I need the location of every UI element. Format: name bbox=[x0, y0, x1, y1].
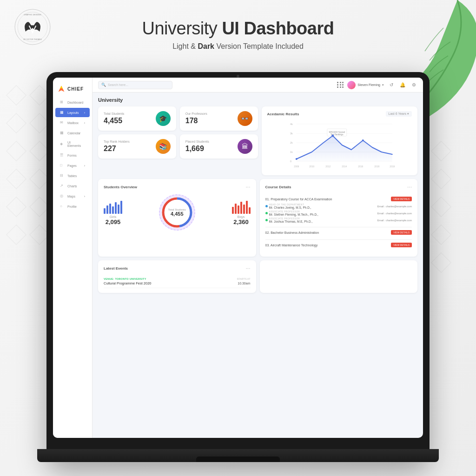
sidebar-item-tables[interactable]: ⊟ Tables bbox=[55, 171, 90, 180]
svg-text:2009: 2009 bbox=[294, 165, 299, 168]
user-name: Steven Fleming bbox=[357, 83, 380, 86]
svg-point-49 bbox=[295, 158, 297, 160]
prof-2-row: ASSOCIATE PROFESSOR Mr. Stethen Fleming,… bbox=[265, 210, 412, 216]
section-title: University bbox=[98, 97, 417, 103]
sidebar-brand-name: CHIEF bbox=[67, 86, 84, 92]
girls-value: 2,095 bbox=[106, 218, 121, 225]
prof-1-dot bbox=[265, 205, 268, 207]
screen-content: CHIEF ⊞ Dashboard ▦ Layouts › ✉ Mailbo bbox=[53, 78, 423, 438]
sidebar-logo: CHIEF bbox=[53, 82, 92, 97]
course-1-view-btn[interactable]: VIEW DETAILS bbox=[391, 197, 412, 201]
course-item-3: 03. Aircraft Maintenance Technology VIEW… bbox=[265, 240, 412, 252]
svg-text:2014: 2014 bbox=[342, 165, 347, 168]
forms-icon: ☰ bbox=[60, 153, 65, 158]
event-1-name: Cultural Programme Fest 2020 bbox=[104, 281, 152, 285]
chart-title: Acedamic Results bbox=[267, 112, 299, 116]
search-placeholder: Search here... bbox=[108, 83, 128, 86]
svg-text:4k: 4k bbox=[290, 123, 293, 126]
refresh-icon[interactable]: ↺ bbox=[388, 81, 395, 89]
course-3-view-btn[interactable]: VIEW DETAILS bbox=[391, 243, 412, 247]
course-menu-icon[interactable]: ··· bbox=[407, 184, 412, 190]
grid-icon[interactable] bbox=[337, 82, 344, 88]
total-students-donut: Total Students 4,455 bbox=[159, 194, 196, 231]
svg-text:0: 0 bbox=[290, 160, 291, 163]
events-title: Latest Events bbox=[104, 266, 128, 271]
overview-menu-icon[interactable]: ··· bbox=[245, 184, 250, 190]
chart-filter[interactable]: Last 6 Years ▾ bbox=[386, 111, 412, 117]
stat-card-placed: Placed Students 1,669 🏛 bbox=[180, 134, 258, 159]
svg-rect-6 bbox=[7, 169, 26, 189]
sidebar: CHIEF ⊞ Dashboard ▦ Layouts › ✉ Mailbo bbox=[53, 78, 93, 438]
top-rank-label: Top Rank Holders bbox=[104, 140, 130, 143]
event-1-meta: VENUE: TORONTO UNIVERSITY STARTS AT bbox=[104, 278, 251, 280]
top-navbar: 🔍 Search here... bbox=[93, 78, 423, 93]
svg-text:2019: 2019 bbox=[390, 165, 395, 168]
academic-chart-card: Acedamic Results Last 6 Years ▾ 4k 3k bbox=[262, 106, 418, 175]
course-item-1: 01. Preparatory Course for ACCA Examinat… bbox=[265, 194, 412, 227]
sidebar-item-profile[interactable]: ○ Profile bbox=[55, 202, 90, 211]
total-students-icon: 🎓 bbox=[156, 111, 171, 126]
event-1-time: 10.30am bbox=[238, 282, 250, 285]
girls-label: Girls bbox=[110, 215, 116, 218]
svg-rect-15 bbox=[431, 169, 451, 189]
donut-center: Total Students 4,455 bbox=[168, 208, 186, 217]
event-1-venue: VENUE: TORONTO UNIVERSITY bbox=[104, 278, 146, 280]
boys-label: Boys bbox=[238, 215, 245, 218]
stat-card-top-rank: Top Rank Holders 227 📚 bbox=[98, 134, 176, 159]
sidebar-item-layouts[interactable]: ▦ Layouts › bbox=[55, 108, 90, 117]
page-subtitle: Light & Dark Version Template Included bbox=[0, 42, 476, 51]
laptop-base-notch bbox=[196, 456, 280, 462]
sidebar-item-dashboard[interactable]: ⊞ Dashboard bbox=[55, 98, 90, 107]
course-3-header: 03. Aircraft Maintenance Technology VIEW… bbox=[265, 243, 412, 247]
academic-chart: 4k 3k 2k 1k 0 bbox=[267, 119, 412, 171]
svg-point-50 bbox=[331, 135, 334, 137]
search-box[interactable]: 🔍 Search here... bbox=[98, 81, 172, 89]
profile-icon: ○ bbox=[60, 204, 65, 209]
svg-text:2016: 2016 bbox=[358, 165, 363, 168]
settings-icon[interactable]: ⚙ bbox=[410, 81, 417, 89]
svg-text:1k: 1k bbox=[290, 151, 293, 153]
professors-icon: 👓 bbox=[238, 111, 252, 126]
prof-1-row: HEAD OF THE DEPARTMENT Mr. Charles Joein… bbox=[265, 203, 412, 209]
bell-icon[interactable]: 🔔 bbox=[399, 81, 406, 89]
prof-1-email: Email : charles@example.com bbox=[377, 205, 412, 208]
bottom-row: Students Overview ··· bbox=[98, 179, 417, 257]
course-details-card: Course Details ··· 01. Preparatory Cours… bbox=[260, 179, 418, 257]
events-header: Latest Events ··· bbox=[104, 265, 251, 271]
events-menu-icon[interactable]: ··· bbox=[245, 265, 250, 271]
professors-value: 178 bbox=[185, 117, 207, 125]
user-dropdown-icon: ▾ bbox=[382, 83, 384, 87]
prof-3-name: Mr. Joshua Thomas, M.E, Ph.D., bbox=[269, 220, 313, 223]
prof-2-dot bbox=[265, 212, 268, 214]
overview-title: Students Overview bbox=[104, 185, 137, 189]
prof-1-name: Mr. Charles Joeing, M.S, Ph.D., bbox=[269, 206, 311, 209]
girls-stats: Girls 2,095 bbox=[104, 200, 122, 225]
sidebar-item-pages[interactable]: □ Pages › bbox=[55, 161, 90, 170]
events-row: Latest Events ··· VENUE: TORONTO UNIVERS… bbox=[98, 260, 417, 293]
nav-user[interactable]: Steven Fleming ▾ bbox=[347, 81, 384, 89]
course-title: Course Details bbox=[265, 185, 291, 189]
svg-rect-13 bbox=[431, 141, 451, 161]
course-3-name: 03. Aircraft Maintenance Technology bbox=[265, 244, 318, 247]
course-2-header: 02. Bachelor Business Administration VIE… bbox=[265, 230, 412, 235]
sidebar-item-charts[interactable]: ↗ Charts bbox=[55, 181, 90, 191]
stat-card-professors: Our Professors 178 👓 bbox=[180, 106, 258, 131]
svg-rect-8 bbox=[7, 197, 26, 217]
sidebar-item-mailbox[interactable]: ✉ Mailbox › bbox=[55, 118, 90, 127]
tables-icon: ⊟ bbox=[60, 173, 65, 178]
stats-right-col: Our Professors 178 👓 Placed Students 1,6… bbox=[180, 106, 258, 159]
stats-row: Total Students 4,455 🎓 Top Rank Holders … bbox=[98, 106, 417, 175]
course-2-view-btn[interactable]: VIEW DETAILS bbox=[391, 230, 412, 235]
sidebar-item-maps[interactable]: ◎ Maps › bbox=[55, 192, 90, 201]
prof-2-name: Mr. Stethen Fleming, M.Tech., Ph.D., bbox=[269, 213, 318, 216]
sidebar-item-forms[interactable]: ☰ Forms bbox=[55, 151, 90, 160]
svg-rect-17 bbox=[431, 197, 451, 217]
svg-text:3k: 3k bbox=[290, 132, 293, 135]
sidebar-item-calendar[interactable]: ▦ Calendar bbox=[55, 128, 90, 138]
svg-text:2018: 2018 bbox=[374, 165, 379, 168]
stat-card-total-students: Total Students 4,455 🎓 bbox=[98, 106, 176, 131]
chart-header: Acedamic Results Last 6 Years ▾ bbox=[267, 111, 412, 117]
sidebar-item-ui-elements[interactable]: ◈ UI Elements bbox=[55, 139, 90, 150]
ui-elements-icon: ◈ bbox=[60, 142, 65, 146]
page-title: University UI Dashboard bbox=[0, 19, 476, 39]
